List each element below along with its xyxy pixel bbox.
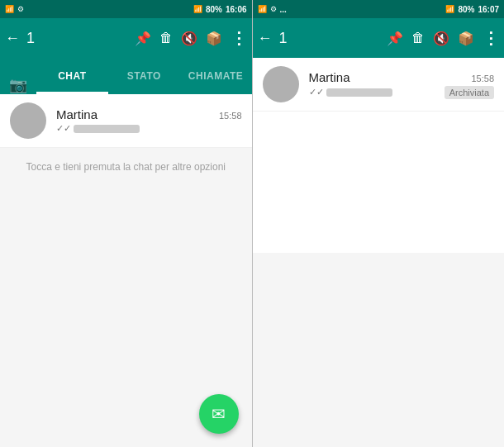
archive-icon-right[interactable]: 📦 [458,31,474,46]
top-bar-left: ← 1 📌 🗑 🔇 📦 ⋮ [0,18,252,58]
time-left: 16:06 [226,5,247,14]
camera-icon: 📷 [9,76,27,94]
chat-preview-blur-right [326,88,392,97]
double-check-right: ✓✓ [309,87,324,97]
tab-stato-label: STATO [127,70,161,82]
right-panel: 📶 ⚙ ... 📶 80% 16:07 ← 1 📌 🗑 🔇 📦 ⋮ Mart [253,0,505,447]
delete-icon-right[interactable]: 🗑 [411,31,425,45]
chat-time-right: 15:58 [471,74,494,83]
status-bar-left: 📶 ⚙ 📶 80% 16:06 [0,0,252,18]
archive-icon-left[interactable]: 📦 [206,31,222,46]
tab-chat-label: CHAT [58,70,86,82]
signal-bars-icon: 📶 [193,5,202,13]
battery-text-left: 80% [206,5,222,14]
battery-text-right: 80% [458,5,474,14]
signal-bars-icon-right: 📶 [445,5,454,13]
signal-icon: 📶 [5,5,14,13]
back-button-right[interactable]: ← [258,30,273,47]
wifi-icon: ⚙ [17,5,24,13]
empty-area-right [253,253,505,448]
avatar-martina-right [263,66,299,102]
tab-chiamate-label: CHIAMATE [188,70,243,82]
chat-info-martina-left: Martina 15:58 ✓✓ [56,107,242,134]
tab-stato[interactable]: STATO [108,58,180,94]
selected-count-left: 1 [26,30,35,47]
compose-icon: ✉ [212,404,226,424]
more-icon-left[interactable]: ⋮ [231,28,247,48]
time-right: 16:07 [478,5,499,14]
camera-tab[interactable]: 📷 [0,76,36,94]
tabs-left: 📷 CHAT STATO CHIAMATE [0,58,252,94]
selected-count-right: 1 [279,30,288,47]
wifi-icon-right: ⚙ [270,5,277,13]
chat-name-right: Martina [309,70,350,84]
more-icon-right[interactable]: ⋮ [483,28,499,48]
panel-main-left: Martina 15:58 ✓✓ Tocca e tieni premuta l… [0,94,252,447]
hint-text-left: Tocca e tieni premuta la chat per altre … [26,161,226,173]
mute-icon-left[interactable]: 🔇 [181,31,197,46]
signal-icon-right: 📶 [258,5,267,13]
mute-icon-right[interactable]: 🔇 [433,31,449,46]
back-button-left[interactable]: ← [5,30,20,47]
avatar-martina-left [10,102,46,139]
tab-chiamate[interactable]: CHIAMATE [180,58,252,94]
below-chat-left: Tocca e tieni premuta la chat per altre … [0,148,252,447]
archived-badge: Archiviata [445,86,494,99]
dots-icon-right: ... [280,5,287,14]
pin-icon-left[interactable]: 📌 [135,31,151,46]
pin-icon-right[interactable]: 📌 [387,31,403,46]
tab-chat[interactable]: CHAT [36,58,108,94]
top-bar-right: ← 1 📌 🗑 🔇 📦 ⋮ [253,18,505,58]
chat-list-left: Martina 15:58 ✓✓ [0,94,252,148]
chat-preview-blur-left [74,125,140,133]
chat-item-martina-left[interactable]: Martina 15:58 ✓✓ [0,94,252,148]
compose-fab[interactable]: ✉ [199,394,239,434]
left-panel: 📶 ⚙ 📶 80% 16:06 ← 1 📌 🗑 🔇 📦 ⋮ 📷 CHAT S [0,0,252,447]
chat-item-martina-right[interactable]: Martina 15:58 ✓✓ Archiviata [253,58,505,112]
double-check-left: ✓✓ [56,123,71,134]
chat-time-left: 15:58 [219,111,242,121]
chat-name-left: Martina [56,107,97,121]
chat-list-right: Martina 15:58 ✓✓ Archiviata [253,58,505,253]
delete-icon-left[interactable]: 🗑 [159,31,173,45]
status-bar-right: 📶 ⚙ ... 📶 80% 16:07 [253,0,505,18]
chat-info-martina-right: Martina 15:58 ✓✓ Archiviata [309,70,495,99]
